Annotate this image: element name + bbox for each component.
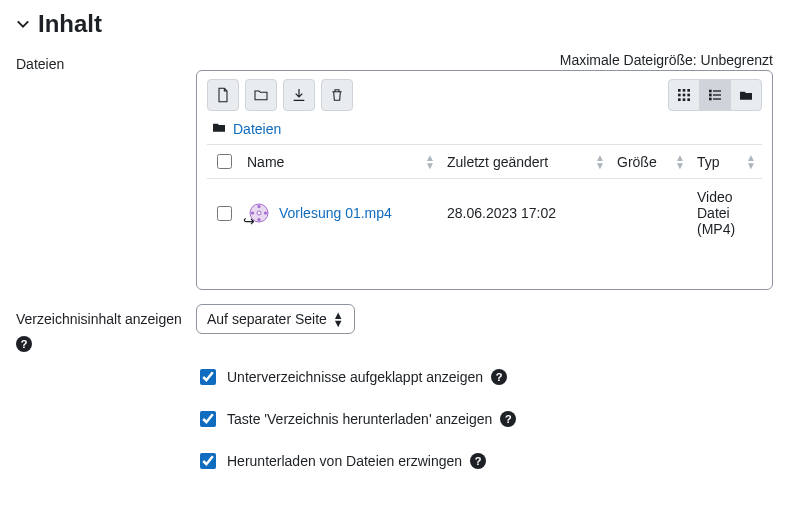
download-button[interactable] [283, 79, 315, 111]
section-title: Inhalt [38, 10, 102, 38]
downloadbtn-label: Taste 'Verzeichnis herunterladen' anzeig… [227, 411, 492, 427]
display-select-value: Auf separater Seite [207, 311, 327, 327]
svg-point-20 [257, 211, 261, 215]
option-showexpanded: Unterverzeichnisse aufgeklappt anzeigen … [16, 366, 773, 388]
svg-point-18 [257, 218, 260, 221]
svg-rect-11 [709, 94, 712, 97]
svg-rect-0 [678, 89, 681, 92]
col-size[interactable]: Größe▲▼ [611, 145, 691, 179]
add-file-button[interactable] [207, 79, 239, 111]
max-filesize-text: Maximale Dateigröße: Unbegrenzt [196, 52, 773, 68]
files-table: Name▲▼ Zuletzt geändert▲▼ Größe▲▼ Typ▲▼ [207, 144, 762, 247]
svg-rect-5 [687, 94, 690, 97]
file-modified: 28.06.2023 17:02 [441, 179, 611, 248]
create-folder-button[interactable] [245, 79, 277, 111]
file-picker: Dateien Name▲▼ Zuletzt geändert▲▼ Größe▲… [196, 70, 773, 290]
svg-rect-3 [678, 94, 681, 97]
svg-point-17 [264, 211, 267, 214]
filepicker-toolbar [207, 79, 762, 111]
file-link[interactable]: Vorlesung 01.mp4 [279, 205, 392, 221]
files-row: Dateien Maximale Dateigröße: Unbegrenzt [16, 52, 773, 290]
col-modified[interactable]: Zuletzt geändert▲▼ [441, 145, 611, 179]
folder-icon [211, 119, 227, 138]
display-row: Verzeichnisinhalt anzeigen ? Auf separat… [16, 304, 773, 352]
svg-rect-1 [683, 89, 686, 92]
display-select[interactable]: Auf separater Seite ▲▼ [196, 304, 355, 334]
showexpanded-label: Unterverzeichnisse aufgeklappt anzeigen [227, 369, 483, 385]
svg-rect-6 [678, 98, 681, 101]
sort-icon: ▲▼ [595, 154, 605, 170]
showexpanded-checkbox[interactable] [200, 369, 216, 385]
table-row[interactable]: ↪ Vorlesung 01.mp4 28.06.2023 17:02 Vide… [207, 179, 762, 248]
delete-button[interactable] [321, 79, 353, 111]
select-updown-icon: ▲▼ [333, 311, 344, 327]
display-label: Verzeichnisinhalt anzeigen ? [16, 304, 196, 352]
sort-icon: ▲▼ [425, 154, 435, 170]
svg-rect-10 [713, 90, 721, 91]
svg-point-16 [257, 205, 260, 208]
breadcrumb: Dateien [207, 117, 762, 144]
sort-icon: ▲▼ [746, 154, 756, 170]
option-forcedownload: Herunterladen von Dateien erzwingen ? [16, 450, 773, 472]
help-icon[interactable]: ? [470, 453, 486, 469]
forcedownload-label: Herunterladen von Dateien erzwingen [227, 453, 462, 469]
help-icon[interactable]: ? [491, 369, 507, 385]
downloadbtn-checkbox[interactable] [200, 411, 216, 427]
svg-rect-2 [687, 89, 690, 92]
svg-rect-12 [713, 94, 721, 95]
col-name[interactable]: Name▲▼ [241, 145, 441, 179]
view-tree-button[interactable] [730, 79, 762, 111]
file-size [611, 179, 691, 248]
svg-rect-9 [709, 90, 712, 93]
col-type[interactable]: Typ▲▼ [691, 145, 762, 179]
option-downloadbtn: Taste 'Verzeichnis herunterladen' anzeig… [16, 408, 773, 430]
forcedownload-checkbox[interactable] [200, 453, 216, 469]
files-label: Dateien [16, 52, 196, 72]
help-icon[interactable]: ? [500, 411, 516, 427]
svg-rect-14 [713, 98, 721, 99]
svg-rect-13 [709, 98, 712, 101]
svg-rect-4 [683, 94, 686, 97]
row-checkbox[interactable] [217, 206, 232, 221]
section-header[interactable]: Inhalt [16, 10, 773, 38]
file-type: Video Datei (MP4) [691, 179, 762, 248]
svg-rect-7 [683, 98, 686, 101]
breadcrumb-root-link[interactable]: Dateien [233, 121, 281, 137]
select-all-checkbox[interactable] [217, 154, 232, 169]
video-file-icon: ↪ [247, 201, 271, 225]
help-icon[interactable]: ? [16, 336, 32, 352]
sort-icon: ▲▼ [675, 154, 685, 170]
svg-rect-8 [687, 98, 690, 101]
shortcut-arrow-icon: ↪ [243, 213, 255, 229]
view-icons-button[interactable] [668, 79, 700, 111]
chevron-down-icon [16, 17, 30, 31]
view-list-button[interactable] [699, 79, 731, 111]
view-mode-group [668, 79, 762, 111]
